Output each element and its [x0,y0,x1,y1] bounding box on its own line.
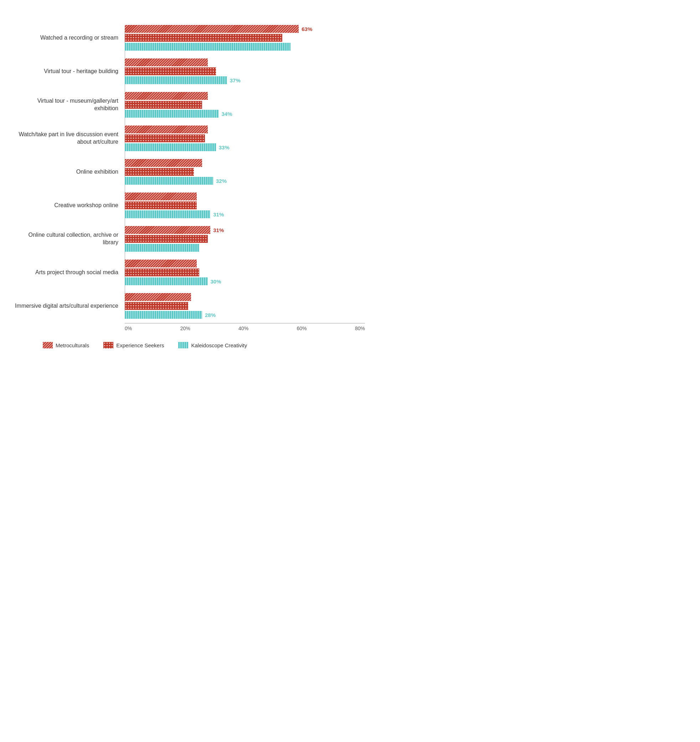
bar-value-kc: 32% [216,178,227,184]
row-label: Online cultural collection, archive or l… [14,231,125,246]
bar-wrapper-kc: 37% [125,76,365,84]
bar-kc [125,43,290,51]
bar-kc [125,143,216,151]
bar-wrapper-metro [125,92,365,100]
bar-wrapper-kc [125,244,365,252]
bars-area: 31% [125,226,365,252]
bars-area: 32% [125,159,365,185]
bar-value-metro: 31% [213,227,224,233]
legend-swatch-metro [43,342,53,348]
bar-wrapper-metro [125,59,365,66]
bar-wrapper-metro: 63% [125,25,365,33]
row-label: Watched a recording or stream [14,34,125,42]
bar-wrapper-exp [125,101,365,109]
bar-exp [125,134,205,142]
bar-exp [125,268,199,276]
bar-wrapper-exp [125,34,365,42]
bar-exp [125,101,202,109]
bar-metro [125,226,210,234]
bar-wrapper-metro [125,193,365,200]
bar-metro [125,293,191,301]
bar-metro [125,25,299,33]
bar-wrapper-metro [125,293,365,301]
bar-exp [125,302,188,310]
x-tick: 0% [125,325,132,331]
bar-value-kc: 31% [213,211,224,218]
row-label: Arts project through social media [14,269,125,276]
bar-metro [125,193,197,200]
chart-wrapper: Watched a recording or stream63%Virtual … [14,25,365,331]
chart-row: Immersive digital arts/cultural experien… [14,293,365,319]
bar-exp [125,34,282,42]
bar-wrapper-metro [125,159,365,167]
chart-row: Watch/take part in live discussion event… [14,125,365,151]
bar-wrapper-kc: 28% [125,311,365,319]
legend-label-exp: Experience Seekers [116,342,164,348]
x-axis: 0%20%40%60%80% [125,323,365,331]
row-label: Online exhibition [14,168,125,176]
legend-item-metro: Metroculturals [43,342,89,348]
row-label: Immersive digital arts/cultural experien… [14,302,125,310]
bar-wrapper-exp [125,202,365,209]
bar-metro [125,92,208,100]
bar-value-metro: 63% [301,26,312,32]
bars-area: 28% [125,293,365,319]
row-label: Creative workshop online [14,202,125,209]
row-label: Virtual tour - museum/gallery/art exhibi… [14,97,125,112]
chart-row: Virtual tour - museum/gallery/art exhibi… [14,92,365,118]
row-label: Watch/take part in live discussion event… [14,131,125,146]
x-axis-ticks: 0%20%40%60%80% [125,323,365,331]
legend-swatch-exp [103,342,113,348]
bar-wrapper-exp [125,302,365,310]
x-tick: 80% [355,325,365,331]
bar-metro [125,259,197,267]
legend-label-metro: Metroculturals [56,342,89,348]
chart-row: Online exhibition32% [14,159,365,185]
bar-wrapper-kc: 33% [125,143,365,151]
bar-value-kc: 37% [230,77,241,84]
legend: MetroculturalsExperience SeekersKaleidos… [43,342,365,348]
bar-wrapper-kc: 34% [125,110,365,118]
chart-row: Creative workshop online31% [14,193,365,218]
bars-area: 63% [125,25,365,51]
bar-wrapper-metro [125,259,365,267]
chart-row: Watched a recording or stream63% [14,25,365,51]
bar-wrapper-exp [125,134,365,142]
legend-swatch-kc [178,342,188,348]
row-label: Virtual tour - heritage building [14,68,125,75]
chart-row: Arts project through social media30% [14,259,365,285]
legend-item-exp: Experience Seekers [103,342,164,348]
bar-wrapper-kc: 30% [125,277,365,285]
bar-metro [125,125,208,133]
bars-area: 31% [125,193,365,218]
bar-metro [125,59,208,66]
page-container: Watched a recording or stream63%Virtual … [14,25,365,348]
chart-rows: Watched a recording or stream63%Virtual … [14,25,365,319]
bar-kc [125,211,210,218]
bar-wrapper-exp [125,235,365,243]
chart-row: Online cultural collection, archive or l… [14,226,365,252]
bar-kc [125,277,208,285]
bar-value-kc: 33% [219,144,229,150]
x-tick: 60% [297,325,307,331]
x-tick: 40% [238,325,249,331]
bar-exp [125,202,197,209]
bar-metro [125,159,202,167]
bar-exp [125,68,216,75]
bar-kc [125,311,202,319]
chart-row: Virtual tour - heritage building37% [14,59,365,84]
bars-area: 37% [125,59,365,84]
bar-value-kc: 34% [222,111,232,117]
bar-value-kc: 28% [205,312,216,318]
legend-label-kc: Kaleidoscope Creativity [191,342,247,348]
bar-wrapper-exp [125,68,365,75]
bar-wrapper-exp [125,268,365,276]
x-tick: 20% [180,325,190,331]
bar-kc [125,110,219,118]
bar-wrapper-kc: 32% [125,177,365,185]
bar-wrapper-metro [125,125,365,133]
bars-area: 30% [125,259,365,285]
bar-value-kc: 30% [211,278,221,284]
bars-area: 34% [125,92,365,118]
legend-item-kc: Kaleidoscope Creativity [178,342,247,348]
